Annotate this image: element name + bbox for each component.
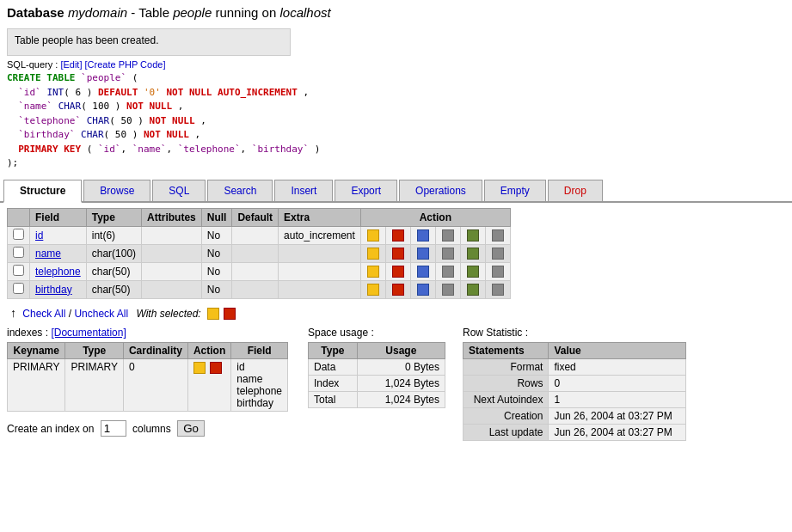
space-type-data: Data — [309, 359, 358, 376]
action-index-name[interactable] — [435, 244, 460, 262]
stat-format-value: fixed — [549, 359, 686, 376]
action-edit-telephone[interactable] — [360, 262, 385, 280]
action-primary-telephone[interactable] — [410, 262, 435, 280]
php-link[interactable]: [Create PHP Code] — [85, 59, 166, 70]
tab-empty[interactable]: Empty — [484, 180, 546, 201]
index-row: PRIMARY PRIMARY 0 idnametelephonebirthda… — [8, 359, 288, 412]
checkall-row: ↑ Check All / Uncheck All With selected: — [10, 306, 785, 321]
idx-header-type: Type — [65, 343, 123, 359]
space-section: Space usage : Type Usage Data 0 Bytes In… — [308, 327, 445, 441]
row-stat-title: Row Statistic : — [463, 327, 785, 339]
action-delete-birthday[interactable] — [385, 280, 410, 298]
row-stat-table: Statements Value Format fixed Rows 0 Nex… — [463, 342, 686, 441]
edit-link[interactable]: [Edit] — [60, 59, 82, 70]
tab-sql[interactable]: SQL — [152, 180, 206, 201]
action-delete-id[interactable] — [385, 226, 410, 244]
create-index-go-button[interactable]: Go — [177, 420, 205, 437]
tab-browse[interactable]: Browse — [83, 180, 150, 201]
tab-drop[interactable]: Drop — [548, 180, 603, 201]
doc-link[interactable]: [Documentation] — [51, 327, 126, 339]
row-check-name[interactable] — [13, 247, 24, 258]
type-telephone: char(50) — [86, 262, 141, 280]
stat-lastupdate-label: Last update — [464, 425, 549, 441]
action-index-id[interactable] — [435, 226, 460, 244]
col-header-type: Type — [86, 208, 141, 226]
action-edit-name[interactable] — [360, 244, 385, 262]
type-name: char(100) — [86, 244, 141, 262]
space-type-index: Index — [309, 376, 358, 392]
action-unique-id[interactable] — [460, 226, 485, 244]
space-table: Type Usage Data 0 Bytes Index 1,024 Byte… — [308, 342, 445, 408]
idx-delete-icon[interactable] — [210, 362, 222, 374]
action-fulltext-birthday[interactable] — [485, 280, 510, 298]
idx-fields: idnametelephonebirthday — [231, 359, 288, 412]
action-delete-name[interactable] — [385, 244, 410, 262]
header-suffix: running on — [215, 5, 279, 20]
with-selected-edit-icon[interactable] — [207, 308, 219, 320]
row-check-telephone[interactable] — [13, 265, 24, 276]
col-header-attributes: Attributes — [142, 208, 202, 226]
stat-rows-label: Rows — [464, 376, 549, 392]
stat-row: Rows 0 — [464, 376, 686, 392]
stat-row: Format fixed — [464, 359, 686, 376]
table-row: name char(100) No — [8, 244, 511, 262]
stat-row: Next Autoindex 1 — [464, 392, 686, 408]
action-fulltext-telephone[interactable] — [485, 262, 510, 280]
space-title: Space usage : — [308, 327, 445, 339]
idx-edit-icon[interactable] — [193, 362, 206, 374]
tab-insert[interactable]: Insert — [274, 180, 333, 201]
default-id — [232, 226, 279, 244]
columns-label: columns — [132, 423, 171, 435]
with-selected-label: With selected: — [136, 308, 200, 320]
idx-keyname: PRIMARY — [8, 359, 65, 412]
check-all-link[interactable]: Check All — [22, 308, 65, 320]
field-birthday: birthday — [30, 280, 87, 298]
stat-autoindex-value: 1 — [549, 392, 686, 408]
tab-search[interactable]: Search — [207, 180, 273, 201]
fields-table: Field Type Attributes Null Default Extra… — [7, 208, 511, 299]
action-delete-telephone[interactable] — [385, 262, 410, 280]
row-check-id[interactable] — [13, 229, 24, 240]
action-unique-name[interactable] — [460, 244, 485, 262]
type-id: int(6) — [86, 226, 141, 244]
default-name — [232, 244, 279, 262]
space-row: Data 0 Bytes — [309, 359, 445, 376]
action-fulltext-name[interactable] — [485, 244, 510, 262]
idx-cardinality: 0 — [123, 359, 187, 412]
action-primary-birthday[interactable] — [410, 280, 435, 298]
attr-id — [142, 226, 202, 244]
action-edit-birthday[interactable] — [360, 280, 385, 298]
stat-rows-value: 0 — [549, 376, 686, 392]
info-box: Table people has been created. — [7, 28, 291, 56]
tab-structure[interactable]: Structure — [3, 180, 82, 203]
header-host: localhost — [279, 5, 330, 20]
extra-telephone — [279, 262, 361, 280]
action-edit-id[interactable] — [360, 226, 385, 244]
with-selected-delete-icon[interactable] — [224, 308, 236, 320]
action-unique-telephone[interactable] — [460, 262, 485, 280]
action-index-birthday[interactable] — [435, 280, 460, 298]
create-index-label: Create an index on — [7, 423, 94, 435]
action-primary-id[interactable] — [410, 226, 435, 244]
sql-label: SQL-query : — [7, 59, 58, 70]
idx-header-keyname: Keyname — [8, 343, 65, 359]
indexes-title: indexes : [Documentation] — [7, 327, 291, 339]
action-primary-name[interactable] — [410, 244, 435, 262]
field-telephone: telephone — [30, 262, 87, 280]
tab-export[interactable]: Export — [335, 180, 397, 201]
row-check-birthday[interactable] — [13, 283, 24, 294]
stat-lastupdate-value: Jun 26, 2004 at 03:27 PM — [549, 425, 686, 441]
action-fulltext-id[interactable] — [485, 226, 510, 244]
col-header-field: Field — [30, 208, 87, 226]
idx-action[interactable] — [187, 359, 230, 412]
stat-autoindex-label: Next Autoindex — [464, 392, 549, 408]
tab-operations[interactable]: Operations — [399, 180, 482, 201]
action-unique-birthday[interactable] — [460, 280, 485, 298]
action-index-telephone[interactable] — [435, 262, 460, 280]
col-header-null: Null — [201, 208, 232, 226]
bottom-section: indexes : [Documentation] Keyname Type C… — [7, 327, 785, 441]
create-index-input[interactable] — [101, 420, 126, 437]
stat-row: Last update Jun 26, 2004 at 03:27 PM — [464, 425, 686, 441]
uncheck-all-link[interactable]: Uncheck All — [74, 308, 128, 320]
space-usage-total: 1,024 Bytes — [357, 392, 445, 408]
